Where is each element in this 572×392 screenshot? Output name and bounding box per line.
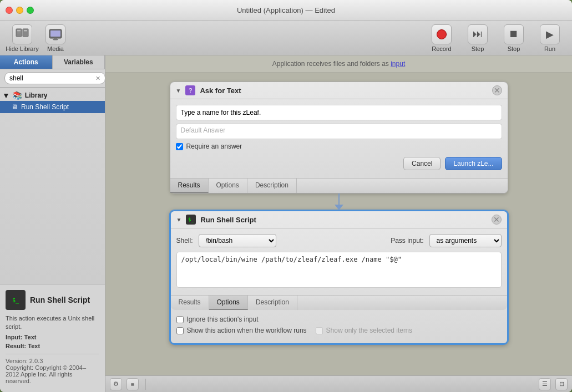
run-label: Run [544, 45, 555, 52]
version-value: 2.0.3 [29, 358, 43, 364]
input-label: Input: [6, 334, 23, 340]
show-only-checkbox[interactable] [316, 327, 323, 334]
ask-for-text-tabs: Results Options Description [170, 178, 508, 193]
collapse-arrow-shell[interactable]: ▼ [176, 217, 182, 223]
connector-line [338, 194, 340, 205]
cancel-button[interactable]: Cancel [403, 157, 441, 170]
connector-arrow [335, 205, 343, 210]
workflow-area: ▼ ? Ask for Text ✕ Default Answer Requir… [105, 73, 572, 375]
ask-tab-description[interactable]: Description [247, 179, 297, 193]
sidebar: Actions Variables ✕ ▼ 📚 Library 🖥 Run Sh… [0, 55, 105, 392]
search-result-label: Run Shell Script [21, 103, 69, 111]
tab-actions[interactable]: Actions [0, 55, 53, 69]
input-highlight: input [391, 60, 405, 68]
hide-library-label: Hide Library [6, 45, 38, 52]
shell-label: Shell: [176, 237, 193, 245]
ignore-input-checkbox[interactable] [176, 316, 184, 323]
search-clear-icon[interactable]: ✕ [95, 75, 100, 82]
svg-rect-5 [24, 30, 27, 31]
show-only-label: Show only the selected items [326, 327, 412, 334]
shell-options-row: Shell: /bin/bash /bin/sh /bin/zsh Pass i… [176, 234, 502, 247]
result-value: Text [28, 343, 40, 349]
run-button[interactable]: ▶ Run [533, 24, 566, 52]
close-button[interactable] [6, 7, 13, 14]
minimize-button[interactable] [16, 7, 23, 14]
view-icon-2: ⊟ [559, 380, 564, 388]
stop-label: Stop [508, 45, 520, 52]
shell-icon: $_ [186, 215, 196, 225]
window-title: Untitled (Application) — Edited [237, 6, 335, 14]
traffic-lights [6, 7, 34, 14]
svg-rect-1 [17, 30, 21, 31]
collapse-arrow-ask[interactable]: ▼ [176, 88, 181, 94]
result-label: Result: [6, 343, 26, 349]
ask-text-input[interactable] [176, 105, 502, 120]
require-answer-row: Require an answer [176, 142, 502, 150]
pass-input-select[interactable]: as arguments to stdin [429, 234, 502, 247]
media-button[interactable]: Media [39, 24, 72, 52]
version-label: Version: [6, 358, 28, 364]
require-answer-checkbox[interactable] [176, 143, 183, 150]
show-action-row: Show this action when the workflow runs … [176, 327, 502, 334]
search-input[interactable] [4, 72, 105, 84]
require-answer-label: Require an answer [186, 142, 242, 150]
search-result-run-shell[interactable]: 🖥 Run Shell Script [0, 101, 105, 113]
copyright-label: Copyright: [6, 364, 33, 371]
shell-tab-results[interactable]: Results [171, 296, 209, 310]
run-shell-close[interactable]: ✕ [492, 215, 502, 225]
maximize-button[interactable] [27, 7, 34, 14]
record-button[interactable]: Record [425, 24, 458, 52]
ask-for-text-body: Default Answer Require an answer Cancel … [170, 99, 508, 178]
record-icon [432, 24, 452, 44]
title-bar: Untitled (Application) — Edited [0, 0, 572, 21]
tab-variables[interactable]: Variables [53, 55, 105, 69]
action-preview-input: Input: Text [6, 334, 99, 340]
ask-for-text-header: ▼ ? Ask for Text ✕ [170, 82, 508, 99]
shell-tab-options[interactable]: Options [209, 296, 248, 310]
action-version: Version: 2.0.3 Copyright: Copyright © 20… [6, 354, 99, 384]
input-value: Text [24, 334, 37, 340]
library-item[interactable]: ▼ 📚 Library [0, 90, 105, 101]
launch-button[interactable]: Launch zLe... [445, 157, 502, 170]
terminal-icon: 🖥 [11, 103, 18, 111]
main-window: Untitled (Application) — Edited Hide Lib… [0, 0, 572, 392]
run-shell-tabs: Results Options Description [171, 295, 507, 310]
ask-text-icon: ? [185, 85, 195, 95]
action-preview-result: Result: Text [6, 343, 99, 349]
svg-rect-10 [54, 38, 57, 39]
settings-icon: ⚙ [113, 380, 119, 388]
record-label: Record [432, 45, 451, 52]
show-action-checkbox[interactable] [176, 327, 184, 334]
shell-options-body: Ignore this action's input Show this act… [171, 310, 507, 343]
library-label: Library [25, 91, 48, 99]
action-preview-title: Run Shell Script [30, 296, 90, 304]
ask-for-text-card: ▼ ? Ask for Text ✕ Default Answer Requir… [170, 82, 508, 194]
action-preview-description: This action executes a Unix shell script… [6, 314, 99, 332]
content-area: Application receives files and folders a… [105, 55, 572, 392]
bottom-bar: ⚙ ≡ ☰ ⊟ [105, 375, 572, 392]
view-toggle-1[interactable]: ☰ [539, 378, 551, 390]
hide-library-icon [12, 24, 32, 44]
ask-for-text-close[interactable]: ✕ [492, 85, 502, 95]
ignore-input-row: Ignore this action's input [176, 315, 502, 323]
script-textarea[interactable]: /opt/local/bin/wine /path/to/zleaf/zleaf… [176, 252, 502, 288]
ignore-input-label: Ignore this action's input [187, 315, 259, 323]
step-label: Step [472, 45, 484, 52]
ask-tab-options[interactable]: Options [209, 179, 247, 193]
svg-rect-8 [50, 30, 60, 37]
step-button[interactable]: ⏭ Step [461, 24, 494, 52]
run-shell-title: Run Shell Script [200, 216, 487, 224]
view-toggle-2[interactable]: ⊟ [555, 378, 568, 390]
list-view-button[interactable]: ≡ [126, 378, 139, 390]
bottom-divider [145, 379, 146, 390]
shell-select[interactable]: /bin/bash /bin/sh /bin/zsh [199, 234, 276, 247]
hide-library-button[interactable]: Hide Library [6, 24, 39, 52]
ask-tab-results[interactable]: Results [170, 179, 209, 193]
show-action-label: Show this action when the workflow runs [187, 327, 307, 334]
shell-tab-description[interactable]: Description [248, 296, 297, 310]
stop-button[interactable]: ⏹ Stop [497, 24, 530, 52]
ask-default-placeholder[interactable]: Default Answer [176, 124, 502, 139]
pass-input-label: Pass input: [391, 237, 423, 245]
list-icon: ≡ [131, 381, 134, 388]
settings-button[interactable]: ⚙ [110, 378, 122, 390]
